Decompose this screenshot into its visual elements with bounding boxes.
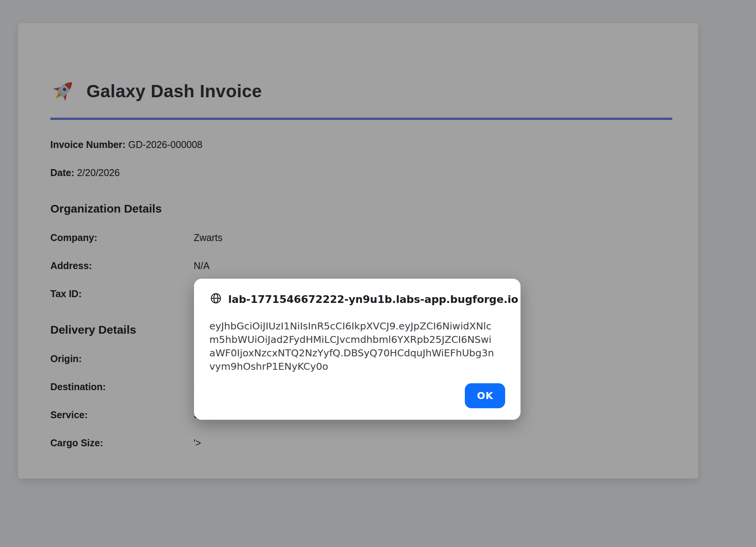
alert-dialog-footer: OK: [209, 383, 505, 408]
alert-dialog-header: lab-1771546672222-yn9u1b.labs-app.bugfor…: [209, 292, 505, 306]
alert-message-line: eyJhbGciOiJIUzI1NiIsInR5cCI6IkpXVCJ9.eyJ…: [209, 319, 505, 333]
globe-icon: [209, 292, 222, 306]
alert-message-line: vym9hOshrP1ENyKCy0o: [209, 360, 505, 373]
modal-scrim: [0, 0, 756, 547]
alert-message-line: m5hbWUiOiJad2FydHMiLCJvcmdhbml6YXRpb25JZ…: [209, 333, 505, 346]
ok-button[interactable]: OK: [465, 383, 505, 408]
alert-message-line: aWF0IjoxNzcxNTQ2NzYyfQ.DBSyQ70HCdquJhWiE…: [209, 346, 505, 360]
alert-origin-text: lab-1771546672222-yn9u1b.labs-app.bugfor…: [228, 293, 518, 305]
alert-dialog: lab-1771546672222-yn9u1b.labs-app.bugfor…: [194, 279, 521, 420]
alert-message: eyJhbGciOiJIUzI1NiIsInR5cCI6IkpXVCJ9.eyJ…: [209, 319, 505, 373]
